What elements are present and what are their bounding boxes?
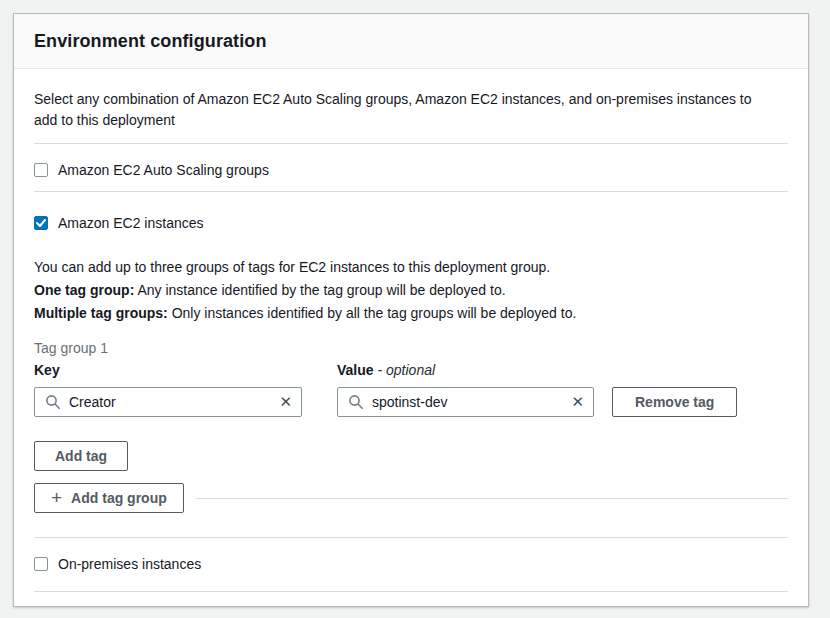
on-premises-label[interactable]: On-premises instances [58, 556, 201, 572]
search-icon [45, 394, 61, 410]
key-input[interactable] [69, 394, 273, 410]
clear-key-icon[interactable]: ✕ [279, 392, 292, 412]
checkbox-row-on-premises: On-premises instances [34, 553, 788, 575]
divider [196, 498, 788, 499]
divider [34, 143, 788, 144]
checkbox-row-auto-scaling-groups: Amazon EC2 Auto Scaling groups [34, 159, 788, 181]
value-input-box: ✕ [337, 387, 594, 417]
tag-help-text: You can add up to three groups of tags f… [34, 256, 788, 325]
environment-configuration-panel: Environment configuration Select any com… [13, 13, 809, 607]
plus-icon: + [51, 488, 62, 507]
add-tag-group-button[interactable]: + Add tag group [34, 483, 184, 513]
panel-title: Environment configuration [34, 31, 267, 52]
key-label: Key [34, 362, 302, 380]
ec2-instances-label[interactable]: Amazon EC2 instances [58, 215, 204, 231]
search-icon [348, 394, 364, 410]
value-label-text: Value [337, 362, 374, 378]
key-label-text: Key [34, 362, 60, 378]
tag-help-line2-rest: Any instance identified by the tag group… [134, 282, 505, 298]
clear-value-icon[interactable]: ✕ [571, 392, 584, 412]
key-input-box: ✕ [34, 387, 302, 417]
tag-help-line3-term: Multiple tag groups: [34, 305, 168, 321]
divider [34, 537, 788, 538]
value-label: Value - optional [337, 362, 594, 380]
divider [34, 191, 788, 192]
remove-tag-button[interactable]: Remove tag [612, 387, 737, 417]
tag-help-line3-rest: Only instances identified by all the tag… [168, 305, 577, 321]
add-tag-button[interactable]: Add tag [34, 441, 128, 471]
tag-fields-row: Key ✕ Value - optional ✕ Remove ta [34, 362, 788, 417]
checkbox-row-ec2-instances: Amazon EC2 instances [34, 212, 788, 234]
tag-help-line2-term: One tag group: [34, 282, 134, 298]
auto-scaling-groups-checkbox[interactable] [34, 163, 48, 177]
ec2-instances-checkbox[interactable] [34, 216, 48, 230]
panel-header: Environment configuration [14, 14, 808, 69]
value-input[interactable] [372, 394, 565, 410]
key-column: Key ✕ [34, 362, 302, 417]
checkmark-icon [36, 219, 46, 227]
divider [34, 591, 788, 592]
auto-scaling-groups-label[interactable]: Amazon EC2 Auto Scaling groups [58, 162, 269, 178]
add-tag-group-row: + Add tag group [34, 483, 788, 513]
value-column: Value - optional ✕ [337, 362, 594, 417]
tag-help-line1: You can add up to three groups of tags f… [34, 259, 550, 275]
add-tag-group-label: Add tag group [71, 490, 167, 506]
intro-text: Select any combination of Amazon EC2 Aut… [34, 89, 774, 131]
on-premises-checkbox[interactable] [34, 557, 48, 571]
tag-group-title: Tag group 1 [34, 340, 788, 358]
value-label-optional: - optional [377, 362, 435, 378]
panel-body: Select any combination of Amazon EC2 Aut… [14, 69, 808, 612]
